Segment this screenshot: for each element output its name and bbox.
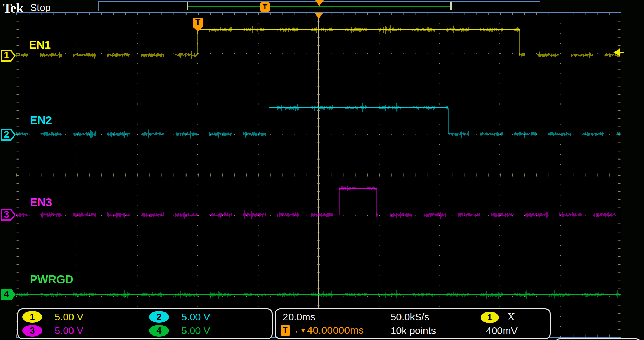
ch4-scale-value: 5.00 V (181, 325, 210, 337)
channel-scale-readouts: 1 5.00 V 2 5.00 V 3 5.00 V 4 5.00 V (17, 308, 273, 339)
timebase-readout: 20.0ms (283, 311, 315, 323)
graticule (16, 12, 621, 338)
trigger-level-arrow-tail (618, 52, 624, 53)
trigger-hpos-triangle-icon[interactable] (315, 13, 323, 19)
record-hpos-triangle-icon[interactable] (315, 0, 324, 6)
sample-rate-readout: 50.0kS/s (391, 311, 429, 323)
record-bar: T (98, 1, 540, 11)
label-en2: EN2 (30, 114, 52, 127)
channel-2-marker-number: 2 (1, 129, 12, 141)
trigger-position-readout: T → ▼ 40.00000ms (281, 325, 364, 336)
down-triangle-icon: ▼ (300, 326, 307, 334)
channel-4-marker[interactable]: 4 (1, 289, 16, 300)
label-en3: EN3 (30, 196, 52, 209)
ch1-scale-value: 5.00 V (55, 311, 83, 323)
ch2-badge: 2 (149, 311, 169, 323)
cropped-panel-edge (555, 338, 641, 340)
ch2-readout: 2 5.00 V (149, 311, 210, 323)
waveform-canvas (16, 13, 621, 337)
label-en1: EN1 (29, 39, 51, 52)
ch4-readout: 4 5.00 V (149, 325, 210, 337)
window-bracket-left[interactable] (187, 2, 188, 10)
right-arrow-icon: → (291, 326, 299, 336)
channel-1-marker[interactable]: 1 (1, 50, 16, 62)
ch3-scale-value: 5.00 V (55, 325, 83, 337)
ch4-badge: 4 (149, 325, 169, 337)
window-bracket-right[interactable] (450, 2, 452, 10)
record-length-readout: 10k points (391, 325, 436, 337)
channel-4-marker-number: 4 (1, 289, 12, 300)
trigger-source-badge: 1 (481, 312, 499, 323)
horizontal-trigger-readouts: 20.0ms 50.0kS/s 1 X T → ▼ 40.00000ms 10k… (275, 308, 551, 339)
channel-2-marker[interactable]: 2 (1, 129, 16, 141)
ch3-badge: 3 (22, 325, 42, 337)
trigger-delay-value: 40.00000ms (307, 325, 364, 336)
ch1-readout: 1 5.00 V (22, 311, 83, 323)
channel-3-marker[interactable]: 3 (1, 209, 16, 221)
trigger-slope-symbol: X (507, 311, 515, 323)
oscilloscope-screen: Tek Stop T EN1 EN2 EN3 PWRGD 1 2 3 4 T 1 (0, 0, 644, 340)
ch3-readout: 3 5.00 V (22, 325, 83, 337)
record-trigger-badge[interactable]: T (260, 2, 270, 12)
ch2-scale-value: 5.00 V (181, 311, 210, 323)
label-pwrgd: PWRGD (30, 273, 74, 286)
trigger-t-badge: T (281, 325, 290, 336)
channel-1-marker-number: 1 (1, 50, 12, 62)
trigger-level-readout: 400mV (486, 325, 518, 337)
channel-3-marker-number: 3 (1, 209, 12, 221)
ch1-badge: 1 (22, 311, 42, 323)
